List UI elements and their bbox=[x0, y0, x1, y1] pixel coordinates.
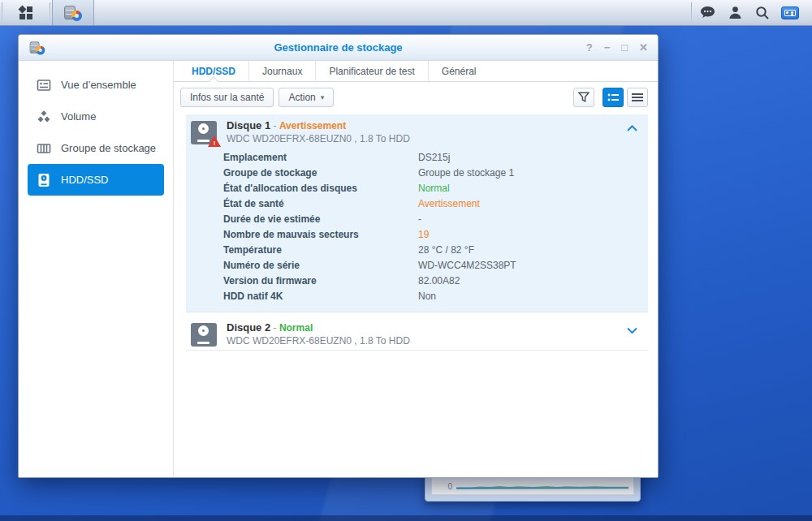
detail-value: Non bbox=[418, 291, 436, 302]
sidebar-item-hdd-ssd[interactable]: HDD/SSD bbox=[28, 164, 164, 196]
detail-value: 28 °C / 82 °F bbox=[418, 244, 474, 256]
separator: - bbox=[274, 322, 277, 334]
toolbar: Infos sur la santé Action ▾ bbox=[174, 82, 658, 112]
disk-model: WDC WD20EFRX-68EUZN0 , 1.8 To HDD bbox=[227, 335, 410, 347]
storage-manager-window: Gestionnaire de stockage ? − □ ✕ Vue d’e… bbox=[18, 34, 659, 478]
detail-row: Groupe de stockageGroupe de stockage 1 bbox=[223, 165, 648, 180]
taskbar-separator bbox=[691, 2, 692, 24]
chevron-up-icon[interactable] bbox=[627, 125, 637, 131]
sidebar-item-storage-pool[interactable]: Groupe de stockage bbox=[19, 132, 173, 164]
detail-value: Normal bbox=[418, 183, 450, 194]
main-content: HDD/SSD Journaux Planificateur de test G… bbox=[174, 61, 658, 477]
detail-label: Groupe de stockage bbox=[223, 167, 418, 179]
user-icon[interactable] bbox=[721, 0, 749, 26]
sidebar: Vue d’ensemble Volume Groupe de stockage bbox=[19, 61, 174, 477]
list-view-icon bbox=[632, 93, 643, 102]
storage-pool-icon bbox=[37, 141, 51, 156]
detail-value: 82.00A82 bbox=[418, 275, 460, 286]
detail-view-icon bbox=[607, 93, 620, 102]
y-tick-bottom: 0 bbox=[447, 482, 452, 491]
desktop-bottom-edge bbox=[0, 515, 812, 521]
detail-label: Durée de vie estimée bbox=[223, 213, 418, 225]
tab-hdd-ssd[interactable]: HDD/SSD bbox=[179, 61, 248, 81]
detail-row: Numéro de sérieWD-WCC4M2SS38PT bbox=[223, 257, 648, 273]
disk-panel-1[interactable]: ! Disque 1 - Avertissement WDC WD20EFRX-… bbox=[186, 114, 648, 312]
action-label: Action bbox=[288, 92, 315, 103]
disk-status: Avertissement bbox=[279, 120, 346, 131]
maximize-button[interactable]: □ bbox=[621, 42, 628, 53]
sidebar-item-label: Groupe de stockage bbox=[61, 142, 156, 154]
window-titlebar[interactable]: Gestionnaire de stockage ? − □ ✕ bbox=[19, 35, 658, 61]
disk-panel-2[interactable]: Disque 2 - Normal WDC WD20EFRX-68EUZN0 ,… bbox=[186, 316, 648, 351]
detail-label: Nombre de mauvais secteurs bbox=[223, 229, 418, 240]
close-button[interactable]: ✕ bbox=[639, 42, 648, 53]
taskbar-separator bbox=[50, 2, 50, 23]
sidebar-item-label: HDD/SSD bbox=[61, 174, 109, 186]
disk-list: ! Disque 1 - Avertissement WDC WD20EFRX-… bbox=[174, 112, 658, 477]
detail-value: DS215j bbox=[418, 152, 450, 163]
detail-row: EmplacementDS215j bbox=[223, 149, 648, 165]
chevron-down-icon[interactable] bbox=[627, 327, 637, 334]
disk-name: Disque 1 bbox=[227, 119, 270, 131]
list-view-button[interactable] bbox=[627, 88, 648, 107]
health-info-label: Infos sur la santé bbox=[190, 92, 264, 103]
sidebar-item-volume[interactable]: Volume bbox=[19, 101, 173, 132]
taskbar-separator bbox=[2, 2, 2, 23]
sidebar-item-label: Vue d’ensemble bbox=[61, 79, 136, 91]
sidebar-item-overview[interactable]: Vue d’ensemble bbox=[19, 69, 173, 101]
detail-label: État d'allocation des disques bbox=[223, 183, 418, 194]
tab-bar: HDD/SSD Journaux Planificateur de test G… bbox=[174, 61, 658, 82]
tab-planificateur[interactable]: Planificateur de test bbox=[315, 61, 427, 81]
disk-1-header[interactable]: ! Disque 1 - Avertissement WDC WD20EFRX-… bbox=[186, 114, 648, 148]
search-icon[interactable] bbox=[749, 0, 776, 26]
storage-manager-app-icon bbox=[64, 5, 82, 21]
detail-row: Température28 °C / 82 °F bbox=[223, 242, 648, 257]
hdd-icon bbox=[191, 323, 217, 347]
storage-manager-taskbar-button[interactable] bbox=[52, 0, 94, 25]
minimize-button[interactable]: − bbox=[604, 42, 611, 53]
separator: - bbox=[274, 120, 277, 131]
widgets-icon[interactable] bbox=[776, 0, 804, 26]
detail-row: Nombre de mauvais secteurs19 bbox=[223, 226, 648, 242]
detail-label: État de santé bbox=[223, 198, 418, 209]
detail-row: Version du firmware82.00A82 bbox=[223, 273, 648, 288]
filter-button[interactable] bbox=[573, 88, 594, 107]
detail-value: WD-WCC4M2SS38PT bbox=[418, 260, 516, 271]
detail-label: Emplacement bbox=[223, 152, 418, 163]
tab-general[interactable]: Général bbox=[428, 61, 490, 81]
main-menu-button[interactable] bbox=[4, 0, 48, 25]
chevron-down-icon: ▾ bbox=[321, 93, 325, 101]
overview-icon bbox=[37, 78, 51, 93]
detail-label: Température bbox=[223, 244, 418, 256]
disk-2-header[interactable]: Disque 2 - Normal WDC WD20EFRX-68EUZN0 ,… bbox=[186, 316, 648, 350]
detail-row: État de santéAvertissement bbox=[223, 196, 648, 211]
sidebar-item-label: Volume bbox=[61, 110, 96, 123]
chat-icon[interactable] bbox=[693, 0, 721, 26]
main-menu-icon bbox=[19, 6, 33, 20]
detail-value: Groupe de stockage 1 bbox=[418, 167, 514, 179]
disk-model: WDC WD20EFRX-68EUZN0 , 1.8 To HDD bbox=[227, 133, 410, 144]
detail-value: - bbox=[418, 213, 421, 225]
detail-row: Durée de vie estimée- bbox=[223, 211, 648, 226]
filter-icon bbox=[578, 92, 590, 102]
detail-label: Numéro de série bbox=[223, 260, 418, 271]
help-button[interactable]: ? bbox=[586, 42, 593, 53]
detail-label: HDD natif 4K bbox=[223, 291, 418, 302]
disk-1-details: EmplacementDS215j Groupe de stockageGrou… bbox=[186, 148, 648, 312]
tab-journaux[interactable]: Journaux bbox=[248, 61, 315, 81]
warning-badge-icon: ! bbox=[208, 136, 221, 147]
action-dropdown-button[interactable]: Action ▾ bbox=[279, 88, 334, 107]
detail-view-button[interactable] bbox=[603, 88, 624, 107]
detail-value: 19 bbox=[418, 229, 429, 240]
hdd-icon bbox=[37, 173, 51, 187]
detail-label: Version du firmware bbox=[223, 275, 418, 286]
detail-row: HDD natif 4KNon bbox=[223, 288, 648, 304]
detail-value: Avertissement bbox=[418, 198, 480, 209]
taskbar bbox=[0, 0, 812, 26]
hdd-warning-icon: ! bbox=[191, 121, 217, 144]
taskbar-right-icons bbox=[689, 0, 812, 25]
disk-name: Disque 2 bbox=[227, 321, 270, 334]
window-title: Gestionnaire de stockage bbox=[19, 41, 658, 54]
disk-status: Normal bbox=[279, 322, 313, 334]
health-info-button[interactable]: Infos sur la santé bbox=[180, 88, 274, 107]
